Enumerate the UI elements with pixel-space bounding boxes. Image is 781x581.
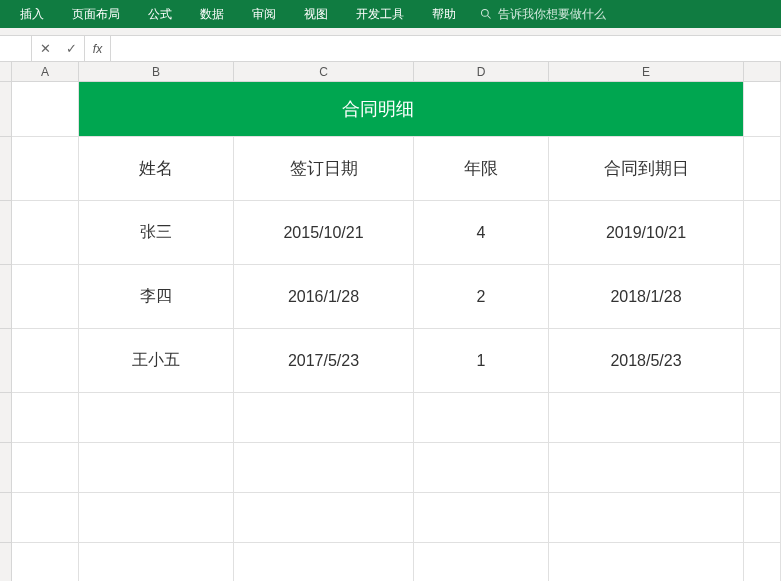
col-header-E[interactable]: E [549,62,744,81]
row-header[interactable] [0,443,12,493]
cell[interactable] [79,82,234,137]
ribbon-tab-formulas[interactable]: 公式 [136,2,184,27]
cell-sign[interactable]: 2016/1/28 [234,265,414,329]
cell[interactable] [79,543,234,581]
search-icon [480,8,492,20]
cell-expire[interactable]: 2018/5/23 [549,329,744,393]
cell[interactable] [79,393,234,443]
cell[interactable] [549,82,744,137]
cell-name[interactable]: 张三 [79,201,234,265]
cell-name[interactable]: 李四 [79,265,234,329]
cell[interactable] [12,443,79,493]
formula-bar: ✕ ✓ fx [0,36,781,62]
row-header[interactable] [0,393,12,443]
cell[interactable] [549,543,744,581]
cell[interactable] [744,443,781,493]
cell[interactable] [414,443,549,493]
cell[interactable] [744,201,781,265]
row-header[interactable] [0,201,12,265]
cell[interactable] [234,393,414,443]
ribbon-tab-view[interactable]: 视图 [292,2,340,27]
cell[interactable] [549,493,744,543]
cell[interactable] [744,137,781,201]
cell[interactable] [12,493,79,543]
cell[interactable] [12,329,79,393]
ribbon-toolbar-strip [0,28,781,36]
name-box[interactable] [0,36,32,61]
cell[interactable] [234,493,414,543]
ribbon-tab-review[interactable]: 审阅 [240,2,288,27]
header-row: 姓名 签订日期 年限 合同到期日 [0,137,781,201]
formula-bar-buttons: ✕ ✓ [32,36,85,61]
header-sign-date[interactable]: 签订日期 [234,137,414,201]
row-header[interactable] [0,493,12,543]
cell[interactable] [414,493,549,543]
cell-sign[interactable]: 2015/10/21 [234,201,414,265]
select-all-corner[interactable] [0,62,12,81]
cell-years[interactable]: 4 [414,201,549,265]
row-header[interactable] [0,82,12,137]
header-years[interactable]: 年限 [414,137,549,201]
ribbon: 插入 页面布局 公式 数据 审阅 视图 开发工具 帮助 告诉我你想要做什么 [0,0,781,28]
cell[interactable] [12,201,79,265]
table-row [0,493,781,543]
table-row: 李四 2016/1/28 2 2018/1/28 [0,265,781,329]
col-header-F[interactable] [744,62,781,81]
svg-point-0 [482,10,489,17]
cell[interactable] [414,543,549,581]
col-header-B[interactable]: B [79,62,234,81]
cell-sign[interactable]: 2017/5/23 [234,329,414,393]
cell[interactable] [12,265,79,329]
header-expire[interactable]: 合同到期日 [549,137,744,201]
table-row [0,443,781,493]
cell[interactable] [414,393,549,443]
cell[interactable] [12,393,79,443]
table-row: 王小五 2017/5/23 1 2018/5/23 [0,329,781,393]
cell[interactable] [12,137,79,201]
ribbon-tab-layout[interactable]: 页面布局 [60,2,132,27]
formula-input[interactable] [111,36,781,61]
column-headers: A B C D E [0,62,781,82]
tell-me-search[interactable]: 告诉我你想要做什么 [480,6,606,23]
confirm-button[interactable]: ✓ [58,36,84,61]
cell[interactable] [549,393,744,443]
cell[interactable] [744,543,781,581]
cell-years[interactable]: 2 [414,265,549,329]
cell[interactable] [12,543,79,581]
col-header-D[interactable]: D [414,62,549,81]
fx-icon[interactable]: fx [85,36,111,61]
cancel-button[interactable]: ✕ [32,36,58,61]
row-header[interactable] [0,265,12,329]
ribbon-tab-developer[interactable]: 开发工具 [344,2,416,27]
ribbon-tab-help[interactable]: 帮助 [420,2,468,27]
title-cell[interactable]: 合同明细 [234,82,414,137]
cell[interactable] [744,265,781,329]
cell[interactable] [549,443,744,493]
row-header[interactable] [0,137,12,201]
table-row [0,393,781,443]
cell[interactable] [744,329,781,393]
tell-me-placeholder: 告诉我你想要做什么 [498,6,606,23]
cell[interactable] [79,493,234,543]
title-row: 合同明细 [0,82,781,137]
row-header[interactable] [0,543,12,581]
cell[interactable] [234,443,414,493]
col-header-C[interactable]: C [234,62,414,81]
cell[interactable] [12,82,79,137]
cell[interactable] [414,82,549,137]
ribbon-tab-data[interactable]: 数据 [188,2,236,27]
ribbon-tab-insert[interactable]: 插入 [8,2,56,27]
cell[interactable] [744,493,781,543]
row-header[interactable] [0,329,12,393]
col-header-A[interactable]: A [12,62,79,81]
cell[interactable] [79,443,234,493]
cell-expire[interactable]: 2019/10/21 [549,201,744,265]
cell-years[interactable]: 1 [414,329,549,393]
cell[interactable] [744,393,781,443]
cell[interactable] [744,82,781,137]
header-name[interactable]: 姓名 [79,137,234,201]
cell-expire[interactable]: 2018/1/28 [549,265,744,329]
spreadsheet-grid[interactable]: A B C D E 合同明细 姓名 签订日期 年限 合同到期日 [0,62,781,581]
cell-name[interactable]: 王小五 [79,329,234,393]
cell[interactable] [234,543,414,581]
